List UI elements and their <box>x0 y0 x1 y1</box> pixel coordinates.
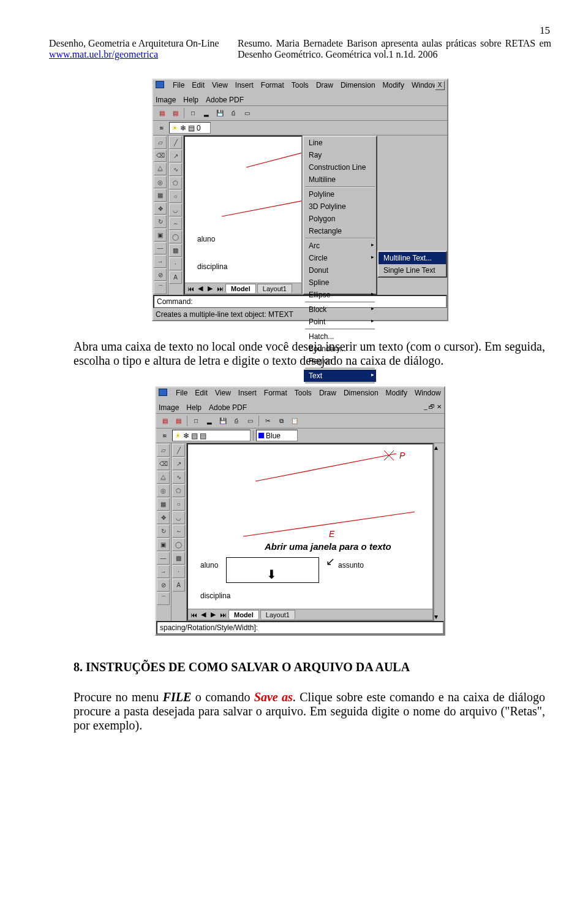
trim-icon[interactable]: — <box>157 552 170 565</box>
menu-edit[interactable]: Edit <box>192 81 205 89</box>
circle-icon[interactable]: ○ <box>172 498 185 511</box>
menu-draw[interactable]: Draw <box>319 389 336 397</box>
menu-adobepdf[interactable]: Adobe PDF <box>209 403 247 412</box>
polygon-icon[interactable]: ⬠ <box>169 177 182 189</box>
hatch-icon[interactable]: ▩ <box>169 244 182 257</box>
fillet-icon[interactable]: ⌒ <box>154 281 167 294</box>
menu-file[interactable]: File <box>176 389 187 397</box>
print-btn[interactable]: ⎙ <box>227 107 239 119</box>
point-icon[interactable]: · <box>172 565 185 578</box>
mi-polyline[interactable]: Polyline <box>304 188 376 200</box>
preview-btn[interactable]: ▭ <box>241 107 253 119</box>
tab-next-icon[interactable]: ▶ <box>209 611 217 619</box>
menu-view[interactable]: View <box>212 81 228 89</box>
spline-icon[interactable]: ～ <box>169 217 182 230</box>
layers-btn[interactable]: ≋ <box>159 430 171 441</box>
menu-file[interactable]: File <box>173 81 184 89</box>
mi-singleline-text[interactable]: Single Line Text <box>379 264 446 276</box>
extend-icon[interactable]: → <box>157 565 170 578</box>
menu-insert[interactable]: Insert <box>235 81 254 89</box>
scroll-down-icon[interactable]: ▾ <box>434 612 443 621</box>
tab-first-icon[interactable]: ⏮ <box>189 611 198 619</box>
tab-last-icon[interactable]: ⏭ <box>216 285 224 292</box>
spline-icon[interactable]: ～ <box>172 525 185 538</box>
mi-multiline[interactable]: Multiline <box>304 173 376 186</box>
array-icon[interactable]: ▦ <box>154 189 167 202</box>
preview-btn[interactable]: ▭ <box>244 415 256 427</box>
new-btn[interactable]: □ <box>187 107 199 119</box>
color-combo[interactable]: Blue <box>256 430 298 441</box>
menu-insert[interactable]: Insert <box>238 389 257 397</box>
rotate-icon[interactable]: ↻ <box>154 215 167 228</box>
menu-format[interactable]: Format <box>261 81 284 89</box>
menu-tools[interactable]: Tools <box>295 389 312 397</box>
tab-prev-icon[interactable]: ◀ <box>196 284 205 292</box>
menu-edit[interactable]: Edit <box>195 389 208 397</box>
tab-first-icon[interactable]: ⏮ <box>186 285 195 292</box>
tab-layout1[interactable]: Layout1 <box>257 284 292 293</box>
save-btn[interactable]: 💾 <box>217 415 229 427</box>
text-icon[interactable]: A <box>172 579 185 592</box>
dup-icon[interactable]: ▱ <box>157 444 170 457</box>
erase-icon[interactable]: ⌫ <box>154 150 167 162</box>
mi-ellipse[interactable]: Ellipse <box>304 289 376 301</box>
point-icon[interactable]: · <box>169 257 182 270</box>
pdf-btn[interactable]: ▤ <box>156 107 168 119</box>
mi-hatch[interactable]: Hatch... <box>304 330 376 343</box>
menu-format[interactable]: Format <box>264 389 287 397</box>
mi-donut[interactable]: Donut <box>304 264 376 276</box>
mi-text[interactable]: Text <box>304 370 376 382</box>
circle-icon[interactable]: ○ <box>169 190 182 203</box>
move-icon[interactable]: ✥ <box>157 511 170 524</box>
line-icon[interactable]: ╱ <box>169 136 182 149</box>
extend-icon[interactable]: → <box>154 255 167 268</box>
drawing-canvas[interactable]: E aluno disciplina ⏮ ◀ ▶ ⏭ Model Layout1 <box>184 135 303 295</box>
mi-arc[interactable]: Arc <box>304 240 376 252</box>
mi-circle[interactable]: Circle <box>304 252 376 264</box>
open-btn[interactable]: ▂ <box>200 107 213 119</box>
tab-layout1[interactable]: Layout1 <box>260 610 295 619</box>
polyline-icon[interactable]: ∿ <box>169 163 182 176</box>
polyline-icon[interactable]: ∿ <box>172 471 185 484</box>
rotate-icon[interactable]: ↻ <box>157 525 170 538</box>
site-link[interactable]: www.mat.uel.br/geometrica <box>49 49 233 60</box>
layer-combo[interactable]: ☀❄▤▤ <box>172 430 251 441</box>
mi-3dpolyline[interactable]: 3D Polyline <box>304 200 376 213</box>
menu-window[interactable]: Window <box>412 81 438 89</box>
offset-icon[interactable]: ◎ <box>157 484 170 497</box>
tab-model[interactable]: Model <box>228 610 259 619</box>
mi-line[interactable]: Line <box>304 137 376 149</box>
paste-btn[interactable]: 📋 <box>288 415 301 427</box>
tab-next-icon[interactable]: ▶ <box>206 284 214 292</box>
menu-image[interactable]: Image <box>156 96 176 104</box>
pdf-btn[interactable]: ▤ <box>159 415 171 427</box>
print-btn[interactable]: ⎙ <box>230 415 243 427</box>
menu-modify[interactable]: Modify <box>386 389 407 397</box>
fillet-icon[interactable]: ⌒ <box>157 592 170 605</box>
arc-icon[interactable]: ◡ <box>172 511 185 524</box>
mi-spline[interactable]: Spline <box>304 276 376 289</box>
menu-window[interactable]: Window <box>415 389 441 397</box>
mi-region[interactable]: Region <box>304 355 376 367</box>
layer-combo[interactable]: ☀❄▤ 0 <box>169 122 211 134</box>
menu-modify[interactable]: Modify <box>383 81 404 89</box>
scale-icon[interactable]: ▣ <box>154 229 167 242</box>
menu-view[interactable]: View <box>215 389 231 397</box>
mi-polygon[interactable]: Polygon <box>304 213 376 225</box>
mirror-icon[interactable]: ⧋ <box>154 162 167 175</box>
menu-help[interactable]: Help <box>183 96 198 104</box>
break-icon[interactable]: ⊘ <box>154 268 167 281</box>
save-btn[interactable]: 💾 <box>214 107 226 119</box>
mirror-icon[interactable]: ⧋ <box>157 471 170 484</box>
ellipse-icon[interactable]: ◯ <box>169 230 182 243</box>
menu-help[interactable]: Help <box>186 403 202 412</box>
pdf2-btn[interactable]: ▤ <box>169 107 181 119</box>
scroll-up-icon[interactable]: ▴ <box>434 443 443 452</box>
copy-btn[interactable]: ⧉ <box>275 415 287 427</box>
erase-icon[interactable]: ⌫ <box>157 457 170 470</box>
menu-tools[interactable]: Tools <box>292 81 309 89</box>
mi-multiline-text[interactable]: Multiline Text... <box>379 252 446 264</box>
mi-point[interactable]: Point <box>304 316 376 328</box>
trim-icon[interactable]: — <box>154 242 167 255</box>
polygon-icon[interactable]: ⬠ <box>172 484 185 497</box>
